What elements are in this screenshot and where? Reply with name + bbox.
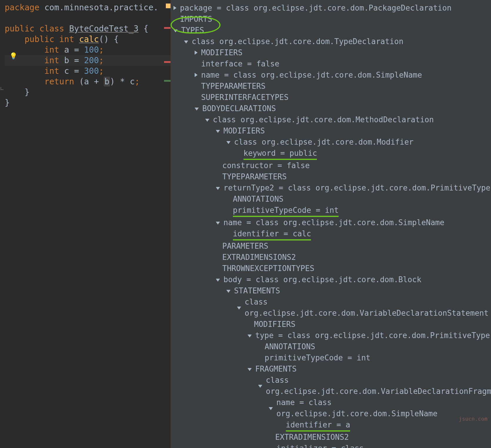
tree-label: initializer = class org.eclipse.jdt.core… bbox=[276, 443, 491, 448]
tree-node-parameters[interactable]: PARAMETERS bbox=[216, 240, 491, 252]
tree-label: MODIFIERS bbox=[201, 47, 243, 58]
tree-label: TYPEPARAMETERS bbox=[222, 171, 287, 182]
tree-node-modifiers[interactable]: MODIFIERS bbox=[195, 47, 491, 58]
tree-node-name[interactable]: name = class org.eclipse.jdt.core.dom.Si… bbox=[269, 397, 491, 419]
tree-node-body[interactable]: body = class org.eclipse.jdt.core.dom.Bl… bbox=[216, 274, 491, 285]
tree-node-annotations[interactable]: ANNOTATIONS bbox=[258, 341, 491, 352]
tree-node-vardecl[interactable]: class org.eclipse.jdt.core.dom.VariableD… bbox=[237, 296, 491, 319]
tree-node-methoddecl[interactable]: class org.eclipse.jdt.core.dom.MethodDec… bbox=[205, 114, 491, 125]
tree-label: type = class org.eclipse.jdt.core.dom.Pr… bbox=[255, 330, 490, 341]
tree-node-package[interactable]: package = class org.eclipse.jdt.core.dom… bbox=[173, 2, 491, 14]
tree-label: IMPORTS bbox=[180, 14, 212, 25]
chevron-down-icon[interactable] bbox=[237, 307, 241, 310]
tree-node-modifiers[interactable]: MODIFIERS bbox=[248, 319, 491, 330]
watermark: jsucn.com bbox=[459, 413, 487, 424]
chevron-down-icon[interactable] bbox=[258, 385, 262, 388]
tree-node-fragment[interactable]: class org.eclipse.jdt.core.dom.VariableD… bbox=[258, 375, 491, 397]
diff-marker bbox=[164, 61, 171, 63]
tree-label: package = class org.eclipse.jdt.core.dom… bbox=[180, 2, 452, 14]
tree-node-extradim[interactable]: EXTRADIMENSIONS2 bbox=[269, 432, 491, 443]
tree-node-type[interactable]: type = class org.eclipse.jdt.core.dom.Pr… bbox=[248, 330, 491, 341]
chevron-down-icon[interactable] bbox=[216, 222, 220, 225]
tree-node-constructor[interactable]: constructor = false bbox=[216, 160, 491, 171]
chevron-down-icon[interactable] bbox=[269, 407, 273, 410]
equals: = bbox=[74, 56, 79, 65]
tree-node-superinterfaces[interactable]: SUPERINTERFACETYPES bbox=[195, 92, 491, 103]
literal-300: 300 bbox=[84, 66, 99, 76]
tree-node-modifiers[interactable]: MODIFIERS bbox=[216, 125, 491, 136]
package-name: com.minnesota.practice. bbox=[44, 3, 158, 12]
brace-open: { bbox=[114, 34, 119, 44]
tree-label: identifier = calc bbox=[233, 228, 311, 240]
tree-node-keyword[interactable]: keyword = public bbox=[237, 148, 491, 160]
diff-marker bbox=[164, 80, 171, 82]
chevron-down-icon[interactable] bbox=[248, 368, 252, 371]
tree-label: primitiveTypeCode = int bbox=[265, 352, 370, 363]
fold-handle-icon[interactable] bbox=[1, 87, 4, 90]
tree-label: class org.eclipse.jdt.core.dom.Modifier bbox=[234, 136, 413, 148]
tree-node-statements[interactable]: STATEMENTS bbox=[226, 285, 491, 296]
method-name: calc bbox=[79, 34, 99, 44]
tree-node-returntype[interactable]: returnType2 = class org.eclipse.jdt.core… bbox=[216, 182, 491, 193]
tree-node-name[interactable]: name = class org.eclipse.jdt.core.dom.Si… bbox=[195, 69, 491, 81]
tree-node-annotations[interactable]: ANNOTATIONS bbox=[226, 193, 491, 205]
var-a: a bbox=[64, 45, 69, 55]
chevron-down-icon[interactable] bbox=[216, 279, 220, 282]
tree-node-typedecl[interactable]: class org.eclipse.jdt.core.dom.TypeDecla… bbox=[184, 36, 491, 47]
chevron-down-icon[interactable] bbox=[226, 141, 231, 144]
tree-node-interface[interactable]: interface = false bbox=[195, 58, 491, 69]
tree-label: primitiveTypeCode = int bbox=[233, 205, 339, 217]
tree-node-primtype[interactable]: primitiveTypeCode = int bbox=[258, 352, 491, 363]
tree-node-identifier[interactable]: identifier = calc bbox=[226, 228, 491, 240]
chevron-down-icon[interactable] bbox=[195, 108, 199, 111]
tree-label: ANNOTATIONS bbox=[265, 341, 315, 352]
warning-marker bbox=[166, 4, 171, 8]
tree-label: keyword = public bbox=[243, 148, 317, 160]
chevron-down-icon[interactable] bbox=[216, 187, 220, 190]
literal-100: 100 bbox=[84, 45, 99, 55]
tree-node-typeparams[interactable]: TYPEPARAMETERS bbox=[195, 81, 491, 92]
chevron-down-icon[interactable] bbox=[184, 41, 188, 44]
code-content[interactable]: package com.minnesota.practice. public c… bbox=[0, 2, 171, 108]
tree-label: MODIFIERS bbox=[254, 319, 295, 330]
tree-label: MODIFIERS bbox=[223, 125, 265, 136]
var-b: b bbox=[64, 56, 69, 65]
var-b: b bbox=[104, 77, 110, 86]
chevron-down-icon[interactable] bbox=[173, 29, 178, 32]
chevron-down-icon[interactable] bbox=[248, 335, 252, 337]
tree-node-name[interactable]: name = class org.eclipse.jdt.core.dom.Si… bbox=[216, 217, 491, 228]
tree-node-imports[interactable]: IMPORTS bbox=[173, 14, 491, 25]
tree-node-modifier[interactable]: class org.eclipse.jdt.core.dom.Modifier bbox=[226, 136, 491, 148]
keyword-int: int bbox=[59, 34, 74, 44]
chevron-right-icon[interactable] bbox=[195, 51, 198, 55]
semicolon: ; bbox=[99, 45, 104, 55]
tree-label: EXTRADIMENSIONS2 bbox=[275, 432, 349, 443]
tree-node-extradim[interactable]: EXTRADIMENSIONS2 bbox=[216, 252, 491, 263]
paren-open: ( bbox=[79, 77, 84, 86]
chevron-down-icon[interactable] bbox=[216, 130, 220, 133]
chevron-right-icon[interactable] bbox=[195, 73, 198, 77]
tree-label: EXTRADIMENSIONS2 bbox=[222, 252, 296, 263]
plus: + bbox=[94, 77, 99, 86]
tree-node-primtype[interactable]: primitiveTypeCode = int bbox=[226, 205, 491, 217]
chevron-down-icon[interactable] bbox=[226, 290, 231, 293]
star: * bbox=[120, 77, 125, 86]
tree-node-types[interactable]: TYPES bbox=[173, 25, 491, 36]
tree-label: name = class org.eclipse.jdt.core.dom.Si… bbox=[201, 69, 422, 81]
class-name: ByteCodeTest_3 bbox=[69, 24, 138, 34]
equals: = bbox=[74, 66, 79, 76]
tree-node-typeparams[interactable]: TYPEPARAMETERS bbox=[216, 171, 491, 182]
ast-tree-panel[interactable]: package = class org.eclipse.jdt.core.dom… bbox=[171, 0, 491, 448]
keyword-public: public bbox=[24, 34, 54, 44]
tree-label: ANNOTATIONS bbox=[233, 193, 283, 205]
tree-node-initializer[interactable]: initializer = class org.eclipse.jdt.core… bbox=[269, 443, 491, 448]
tree-node-bodydecl[interactable]: BODYDECLARATIONS bbox=[195, 103, 491, 114]
chevron-down-icon[interactable] bbox=[205, 119, 209, 122]
tree-node-fragments[interactable]: FRAGMENTS bbox=[248, 363, 491, 375]
tree-label: THROWNEXCEPTIONTYPES bbox=[222, 263, 314, 274]
chevron-right-icon[interactable] bbox=[173, 6, 176, 10]
lightbulb-icon[interactable]: 💡 bbox=[9, 52, 17, 60]
code-editor[interactable]: 💡 package com.minnesota.practice. public… bbox=[0, 0, 171, 448]
editor-gutter: 💡 bbox=[0, 0, 18, 448]
tree-node-thrown[interactable]: THROWNEXCEPTIONTYPES bbox=[216, 263, 491, 274]
